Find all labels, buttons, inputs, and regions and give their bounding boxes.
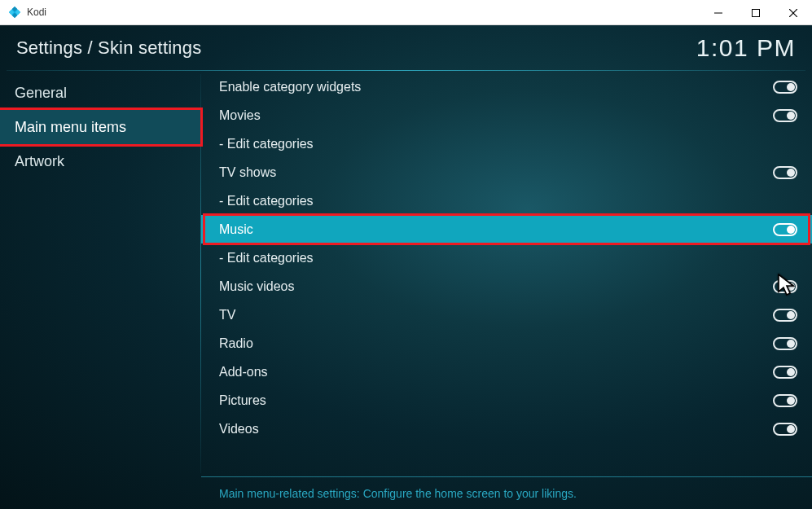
setting-tv-shows-edit-categories[interactable]: - Edit categories <box>201 186 812 215</box>
close-button[interactable] <box>775 0 812 25</box>
window-title: Kodi <box>27 7 46 18</box>
setting-music-videos[interactable]: Music videos <box>201 272 812 301</box>
sidebar-item-general[interactable]: General <box>0 76 200 110</box>
footer-help-text: Main menu-related settings: Configure th… <box>219 487 577 500</box>
setting-label: Pictures <box>219 393 773 408</box>
svg-rect-6 <box>753 9 760 16</box>
setting-label: - Edit categories <box>219 137 797 151</box>
setting-label: - Edit categories <box>219 194 797 208</box>
toggle-icon[interactable] <box>773 81 797 94</box>
toggle-icon[interactable] <box>773 423 797 436</box>
setting-label: TV <box>219 308 773 323</box>
sidebar-item-label: Main menu items <box>15 119 126 136</box>
setting-label: - Edit categories <box>219 251 797 265</box>
toggle-icon[interactable] <box>773 166 797 179</box>
toggle-icon[interactable] <box>773 366 797 379</box>
toggle-icon[interactable] <box>773 394 797 407</box>
setting-label: Enable category widgets <box>219 80 773 94</box>
kodi-app-icon <box>8 6 21 19</box>
minimize-button[interactable] <box>700 0 737 25</box>
setting-radio[interactable]: Radio <box>201 329 812 358</box>
sidebar-item-label: General <box>15 85 67 102</box>
setting-label: Add-ons <box>219 365 773 380</box>
sidebar-item-artwork[interactable]: Artwork <box>0 144 200 178</box>
setting-videos[interactable]: Videos <box>201 415 812 443</box>
sidebar: General Main menu items Artwork <box>0 71 200 476</box>
maximize-button[interactable] <box>737 0 775 25</box>
setting-movies[interactable]: Movies <box>201 101 812 129</box>
setting-tv[interactable]: TV <box>201 301 812 329</box>
setting-tv-shows[interactable]: TV shows <box>201 158 812 186</box>
toggle-icon[interactable] <box>773 280 797 293</box>
sidebar-item-main-menu-items[interactable]: Main menu items <box>0 110 200 144</box>
setting-label: Music videos <box>219 279 773 294</box>
setting-label: Music <box>219 222 773 237</box>
toggle-icon[interactable] <box>773 223 797 236</box>
setting-enable-category-widgets[interactable]: Enable category widgets <box>201 72 812 101</box>
toggle-icon[interactable] <box>773 309 797 322</box>
sidebar-item-label: Artwork <box>15 153 64 170</box>
setting-label: Movies <box>219 108 773 123</box>
settings-list: Enable category widgets Movies - Edit ca… <box>201 71 812 476</box>
setting-music-edit-categories[interactable]: - Edit categories <box>201 244 812 272</box>
setting-add-ons[interactable]: Add-ons <box>201 358 812 386</box>
clock: 1:01 PM <box>696 34 796 62</box>
titlebar: Kodi <box>0 0 812 25</box>
header: Settings / Skin settings 1:01 PM <box>0 25 812 70</box>
setting-movies-edit-categories[interactable]: - Edit categories <box>201 129 812 158</box>
setting-music[interactable]: Music <box>201 215 812 244</box>
setting-label: Radio <box>219 336 773 351</box>
setting-label: Videos <box>219 422 773 437</box>
footer-help: Main menu-related settings: Configure th… <box>201 476 812 509</box>
setting-label: TV shows <box>219 165 773 180</box>
toggle-icon[interactable] <box>773 109 797 122</box>
breadcrumb: Settings / Skin settings <box>16 37 201 59</box>
window-controls <box>700 0 812 25</box>
setting-pictures[interactable]: Pictures <box>201 386 812 415</box>
toggle-icon[interactable] <box>773 337 797 350</box>
